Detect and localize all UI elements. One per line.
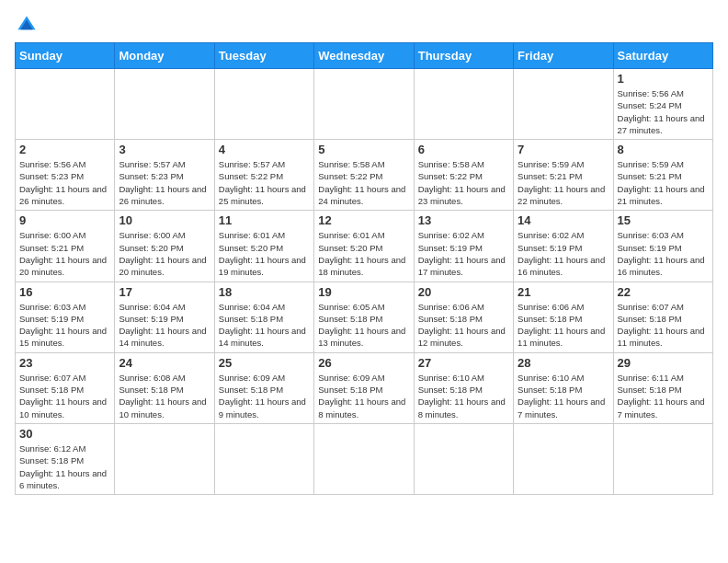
day-info: Sunrise: 5:56 AM Sunset: 5:23 PM Dayligh… — [19, 158, 110, 207]
calendar-cell: 12Sunrise: 6:01 AM Sunset: 5:20 PM Dayli… — [314, 211, 414, 282]
day-info: Sunrise: 6:06 AM Sunset: 5:18 PM Dayligh… — [418, 301, 509, 350]
calendar-cell: 30Sunrise: 6:12 AM Sunset: 5:18 PM Dayli… — [16, 423, 115, 494]
day-number: 18 — [219, 285, 310, 299]
day-number: 11 — [219, 213, 310, 227]
calendar-cell — [414, 69, 513, 140]
calendar-cell — [214, 423, 313, 494]
calendar-cell: 17Sunrise: 6:04 AM Sunset: 5:19 PM Dayli… — [115, 282, 214, 352]
day-number: 3 — [119, 143, 210, 156]
calendar-cell: 18Sunrise: 6:04 AM Sunset: 5:18 PM Dayli… — [214, 282, 313, 352]
day-number: 17 — [119, 285, 210, 299]
day-info: Sunrise: 6:05 AM Sunset: 5:18 PM Dayligh… — [318, 301, 409, 350]
day-info: Sunrise: 6:10 AM Sunset: 5:18 PM Dayligh… — [518, 372, 609, 420]
calendar-cell — [115, 423, 214, 494]
day-number: 29 — [618, 356, 709, 370]
calendar-cell — [115, 69, 214, 140]
calendar-header-saturday: Saturday — [613, 43, 712, 69]
day-info: Sunrise: 6:10 AM Sunset: 5:18 PM Dayligh… — [418, 372, 509, 420]
day-info: Sunrise: 6:03 AM Sunset: 5:19 PM Dayligh… — [618, 229, 709, 278]
calendar-cell — [514, 69, 613, 140]
calendar-cell — [613, 423, 712, 494]
calendar-week-row: 1Sunrise: 5:56 AM Sunset: 5:24 PM Daylig… — [16, 69, 713, 140]
calendar-cell: 10Sunrise: 6:00 AM Sunset: 5:20 PM Dayli… — [115, 211, 214, 282]
day-info: Sunrise: 5:58 AM Sunset: 5:22 PM Dayligh… — [318, 158, 409, 207]
day-number: 19 — [318, 285, 409, 299]
day-info: Sunrise: 6:00 AM Sunset: 5:21 PM Dayligh… — [19, 229, 110, 278]
calendar-cell: 20Sunrise: 6:06 AM Sunset: 5:18 PM Dayli… — [414, 282, 513, 352]
calendar-header-tuesday: Tuesday — [214, 43, 313, 69]
calendar-cell: 11Sunrise: 6:01 AM Sunset: 5:20 PM Dayli… — [214, 211, 313, 282]
day-number: 7 — [518, 143, 609, 156]
calendar-cell: 23Sunrise: 6:07 AM Sunset: 5:18 PM Dayli… — [16, 352, 115, 423]
day-number: 2 — [19, 143, 110, 156]
calendar-cell — [314, 69, 414, 140]
day-number: 26 — [318, 356, 409, 370]
day-number: 6 — [418, 143, 509, 156]
day-info: Sunrise: 6:03 AM Sunset: 5:19 PM Dayligh… — [19, 301, 110, 350]
day-number: 23 — [19, 356, 110, 370]
calendar-cell: 2Sunrise: 5:56 AM Sunset: 5:23 PM Daylig… — [16, 140, 115, 211]
calendar-cell: 24Sunrise: 6:08 AM Sunset: 5:18 PM Dayli… — [115, 352, 214, 423]
calendar-cell: 9Sunrise: 6:00 AM Sunset: 5:21 PM Daylig… — [16, 211, 115, 282]
day-number: 15 — [618, 213, 709, 227]
calendar-header-wednesday: Wednesday — [314, 43, 414, 69]
day-info: Sunrise: 6:04 AM Sunset: 5:19 PM Dayligh… — [119, 301, 210, 350]
day-number: 8 — [618, 143, 709, 156]
calendar-week-row: 9Sunrise: 6:00 AM Sunset: 5:21 PM Daylig… — [16, 211, 713, 282]
day-info: Sunrise: 6:04 AM Sunset: 5:18 PM Dayligh… — [219, 301, 310, 350]
calendar-cell — [16, 69, 115, 140]
calendar-cell: 21Sunrise: 6:06 AM Sunset: 5:18 PM Dayli… — [514, 282, 613, 352]
day-number: 22 — [618, 285, 709, 299]
calendar-cell: 13Sunrise: 6:02 AM Sunset: 5:19 PM Dayli… — [414, 211, 513, 282]
calendar-cell — [314, 423, 414, 494]
calendar-cell: 29Sunrise: 6:11 AM Sunset: 5:18 PM Dayli… — [613, 352, 712, 423]
day-info: Sunrise: 6:01 AM Sunset: 5:20 PM Dayligh… — [318, 229, 409, 278]
calendar-header-sunday: Sunday — [16, 43, 115, 69]
calendar-cell: 7Sunrise: 5:59 AM Sunset: 5:21 PM Daylig… — [514, 140, 613, 211]
day-info: Sunrise: 5:57 AM Sunset: 5:22 PM Dayligh… — [219, 158, 310, 207]
calendar-cell: 16Sunrise: 6:03 AM Sunset: 5:19 PM Dayli… — [16, 282, 115, 352]
calendar-cell: 25Sunrise: 6:09 AM Sunset: 5:18 PM Dayli… — [214, 352, 313, 423]
logo-icon — [17, 15, 37, 35]
calendar-cell: 14Sunrise: 6:02 AM Sunset: 5:19 PM Dayli… — [514, 211, 613, 282]
calendar: SundayMondayTuesdayWednesdayThursdayFrid… — [15, 42, 713, 495]
calendar-header-friday: Friday — [514, 43, 613, 69]
day-number: 20 — [418, 285, 509, 299]
day-info: Sunrise: 6:11 AM Sunset: 5:18 PM Dayligh… — [618, 372, 709, 420]
day-number: 10 — [119, 213, 210, 227]
calendar-cell: 27Sunrise: 6:10 AM Sunset: 5:18 PM Dayli… — [414, 352, 513, 423]
calendar-week-row: 30Sunrise: 6:12 AM Sunset: 5:18 PM Dayli… — [16, 423, 713, 494]
calendar-cell: 1Sunrise: 5:56 AM Sunset: 5:24 PM Daylig… — [613, 69, 712, 140]
day-number: 13 — [418, 213, 509, 227]
day-number: 21 — [518, 285, 609, 299]
day-info: Sunrise: 6:09 AM Sunset: 5:18 PM Dayligh… — [318, 372, 409, 420]
calendar-cell: 3Sunrise: 5:57 AM Sunset: 5:23 PM Daylig… — [115, 140, 214, 211]
calendar-week-row: 2Sunrise: 5:56 AM Sunset: 5:23 PM Daylig… — [16, 140, 713, 211]
calendar-cell: 5Sunrise: 5:58 AM Sunset: 5:22 PM Daylig… — [314, 140, 414, 211]
day-info: Sunrise: 6:09 AM Sunset: 5:18 PM Dayligh… — [219, 372, 310, 420]
calendar-cell: 6Sunrise: 5:58 AM Sunset: 5:22 PM Daylig… — [414, 140, 513, 211]
calendar-cell: 26Sunrise: 6:09 AM Sunset: 5:18 PM Dayli… — [314, 352, 414, 423]
calendar-cell: 22Sunrise: 6:07 AM Sunset: 5:18 PM Dayli… — [613, 282, 712, 352]
calendar-cell — [414, 423, 513, 494]
day-number: 12 — [318, 213, 409, 227]
calendar-cell: 4Sunrise: 5:57 AM Sunset: 5:22 PM Daylig… — [214, 140, 313, 211]
day-info: Sunrise: 5:58 AM Sunset: 5:22 PM Dayligh… — [418, 158, 509, 207]
logo — [15, 15, 39, 35]
day-number: 4 — [219, 143, 310, 156]
day-number: 27 — [418, 356, 509, 370]
day-number: 14 — [518, 213, 609, 227]
day-number: 5 — [318, 143, 409, 156]
calendar-header-thursday: Thursday — [414, 43, 513, 69]
day-info: Sunrise: 5:57 AM Sunset: 5:23 PM Dayligh… — [119, 158, 210, 207]
day-info: Sunrise: 6:08 AM Sunset: 5:18 PM Dayligh… — [119, 372, 210, 420]
day-info: Sunrise: 6:02 AM Sunset: 5:19 PM Dayligh… — [418, 229, 509, 278]
calendar-header-monday: Monday — [115, 43, 214, 69]
calendar-cell: 15Sunrise: 6:03 AM Sunset: 5:19 PM Dayli… — [613, 211, 712, 282]
day-number: 24 — [119, 356, 210, 370]
day-number: 25 — [219, 356, 310, 370]
calendar-cell: 19Sunrise: 6:05 AM Sunset: 5:18 PM Dayli… — [314, 282, 414, 352]
day-number: 1 — [618, 72, 709, 86]
day-info: Sunrise: 6:06 AM Sunset: 5:18 PM Dayligh… — [518, 301, 609, 350]
day-number: 28 — [518, 356, 609, 370]
